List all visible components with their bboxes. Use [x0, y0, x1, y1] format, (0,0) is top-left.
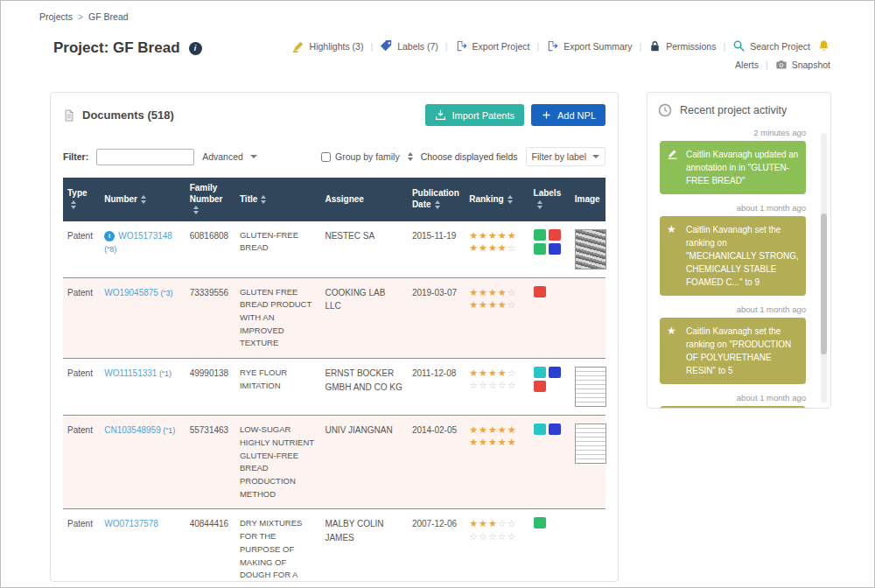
label-green[interactable]: [534, 229, 546, 241]
activity-item[interactable]: ★Caitlin Kavanagh set the ranking on "ME…: [660, 216, 806, 296]
cell-type: Patent: [63, 416, 100, 509]
filter-input[interactable]: [96, 149, 194, 165]
cell-ranking: ★★★★★★★★★★: [465, 416, 528, 509]
export-summary-button[interactable]: Export Summary: [546, 39, 632, 52]
table-row: PatentWO19045875 (“3)73339556GLUTEN FREE…: [63, 277, 606, 359]
column-header-family-number[interactable]: Family Number: [186, 178, 235, 221]
cell-title: RYE FLOUR IMITATION: [235, 359, 320, 416]
sort-icon[interactable]: [435, 200, 440, 209]
citation-count: (“1): [161, 426, 176, 435]
camera-icon: [775, 59, 788, 71]
column-header-publication-date[interactable]: Publication Date: [408, 178, 465, 221]
cell-image: [570, 509, 606, 582]
documents-table-body: PatentWO15173148 (“8)60816808GLUTEN-FREE…: [63, 221, 606, 583]
cell-type: Patent: [63, 359, 100, 416]
star-rating[interactable]: ★★★★★: [469, 424, 524, 436]
label-cyan[interactable]: [534, 367, 546, 378]
patent-number-link[interactable]: WO07137578: [104, 519, 158, 528]
labels-button[interactable]: Labels (7): [380, 39, 438, 52]
sort-icon[interactable]: [508, 195, 513, 204]
column-label: Image: [575, 194, 600, 204]
column-header-labels[interactable]: Labels: [529, 178, 570, 221]
column-header-number[interactable]: Number: [100, 178, 185, 221]
highlights-button[interactable]: Highlights (3): [292, 39, 364, 52]
star-rating[interactable]: ★★★★☆: [469, 298, 524, 311]
patent-number-link[interactable]: CN103548959: [104, 425, 161, 435]
alerts-bell-button[interactable]: [817, 39, 830, 52]
patent-image-thumbnail[interactable]: [575, 367, 606, 407]
patent-number-link[interactable]: WO11151331: [104, 368, 157, 378]
activity-item[interactable]: ★Caitlin Kavanagh set the ranking on "PR…: [660, 318, 806, 384]
sort-icon[interactable]: [537, 200, 542, 209]
export-project-button[interactable]: Export Project: [455, 39, 530, 52]
label-blue[interactable]: [549, 243, 561, 255]
star-rating[interactable]: ★★★★☆: [469, 286, 524, 298]
star-rating[interactable]: ★★★★☆: [469, 367, 524, 379]
cell-publication-date: 2011-12-08: [408, 359, 465, 416]
filter-by-label-dropdown[interactable]: Filter by label: [526, 147, 606, 166]
advanced-toggle[interactable]: Advanced: [202, 151, 257, 162]
column-header-title[interactable]: Title: [235, 178, 320, 221]
activity-item[interactable]: Caitlin Kavanagh updated an annotation i…: [660, 141, 806, 194]
project-info-icon[interactable]: [189, 42, 202, 55]
documents-panel: Documents (518) Import Patents Add NPL F…: [50, 92, 619, 582]
alerts-button[interactable]: Alerts: [735, 60, 759, 70]
export-summary-label: Export Summary: [564, 41, 632, 52]
permissions-button[interactable]: Permissions: [648, 39, 716, 52]
sort-icon[interactable]: [261, 195, 266, 204]
activity-scrollbar-thumb[interactable]: [821, 214, 827, 354]
star-rating[interactable]: ☆☆☆☆☆: [469, 379, 524, 391]
patent-number-link[interactable]: WO15173148: [118, 231, 172, 241]
group-by-family-checkbox[interactable]: [321, 152, 331, 162]
table-row: PatentCN103548959 (“1)55731463LOW-SUGAR …: [63, 416, 606, 509]
chevron-down-icon: [592, 155, 599, 158]
snapshot-button[interactable]: Snapshot: [775, 59, 830, 71]
search-project-button[interactable]: Search Project: [732, 39, 810, 52]
star-rating[interactable]: ★★★★★: [469, 229, 524, 242]
add-npl-button[interactable]: Add NPL: [531, 104, 606, 126]
label-blue[interactable]: [549, 367, 561, 378]
star-rating[interactable]: ★★★★★: [469, 436, 524, 448]
star-rating[interactable]: ★★★★☆: [469, 242, 524, 254]
label-red[interactable]: [534, 286, 546, 298]
cell-labels: [529, 359, 570, 416]
patent-image-thumbnail[interactable]: [575, 424, 606, 464]
sort-updown-icon: [408, 152, 413, 161]
label-blue[interactable]: [549, 424, 561, 435]
labels-label: Labels (7): [397, 41, 438, 52]
star-rating[interactable]: ☆☆☆☆☆: [469, 530, 524, 542]
column-header-ranking[interactable]: Ranking: [465, 178, 528, 221]
filter-label: Filter:: [63, 151, 88, 162]
label-green[interactable]: [534, 517, 546, 528]
group-by-family-toggle[interactable]: Group by family: [321, 151, 413, 162]
choose-displayed-fields-button[interactable]: Choose displayed fields: [421, 151, 518, 162]
snapshot-label: Snapshot: [792, 60, 830, 70]
import-patents-label: Import Patents: [452, 110, 514, 121]
column-header-type[interactable]: Type: [63, 178, 100, 221]
label-red[interactable]: [549, 229, 561, 241]
patent-image-thumbnail[interactable]: [575, 229, 606, 270]
sort-icon[interactable]: [193, 206, 199, 214]
tag-icon: [380, 39, 393, 52]
activity-timestamp: about 1 month ago: [660, 203, 806, 213]
star-rating[interactable]: ★★★☆☆: [469, 517, 524, 529]
label-cyan[interactable]: [534, 424, 546, 435]
label-green[interactable]: [534, 243, 546, 255]
cell-type: Patent: [63, 277, 100, 359]
info-icon[interactable]: [104, 231, 115, 242]
label-red[interactable]: [534, 381, 546, 392]
table-row: PatentWO15173148 (“8)60816808GLUTEN-FREE…: [63, 221, 606, 278]
citation-count: (“1): [157, 369, 172, 378]
breadcrumb-projects[interactable]: Projects: [39, 11, 73, 22]
column-label: Assignee: [325, 194, 363, 204]
activity-text: Caitlin Kavanagh set the ranking on "PRO…: [686, 326, 791, 375]
search-icon: [732, 39, 746, 52]
import-patents-button[interactable]: Import Patents: [425, 104, 524, 126]
activity-item[interactable]: ★Caitlin Kavanagh set the ranking on "BR…: [660, 406, 806, 409]
sort-icon[interactable]: [71, 200, 76, 209]
activity-scrollbar[interactable]: [821, 133, 827, 402]
sort-icon[interactable]: [141, 195, 146, 204]
activity-text: Caitlin Kavanagh set the ranking on "MEC…: [686, 225, 799, 287]
patent-number-link[interactable]: WO19045875: [104, 288, 158, 298]
search-project-label: Search Project: [750, 41, 810, 52]
